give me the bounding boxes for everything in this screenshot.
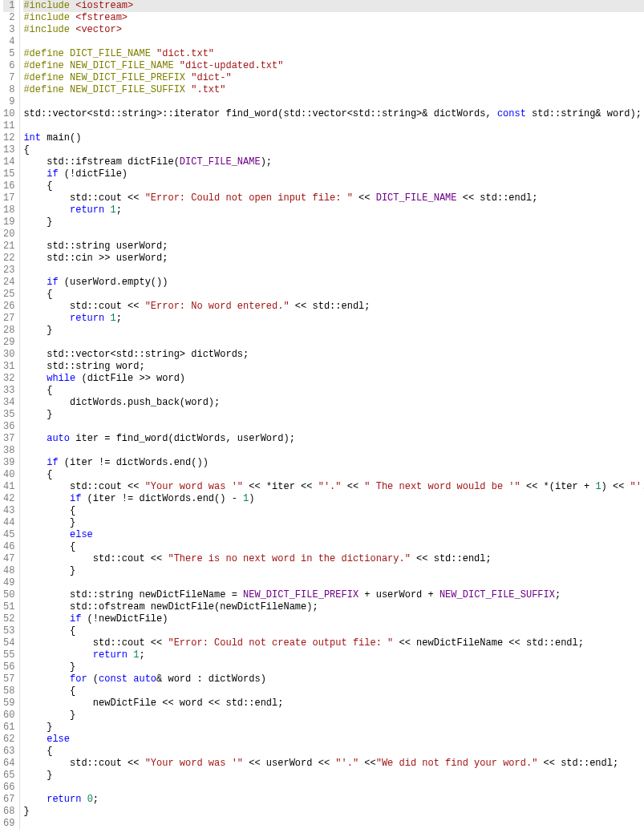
code-line[interactable]: #define NEW_DICT_FILE_SUFFIX ".txt" — [23, 84, 644, 96]
code-line[interactable]: newDictFile << word << std::endl; — [23, 698, 644, 710]
code-line[interactable] — [23, 36, 644, 48]
code-line[interactable] — [23, 96, 644, 108]
code-line[interactable]: { — [23, 385, 644, 397]
code-line[interactable]: #include <fstream> — [23, 12, 644, 24]
token-str: "Your word was '" — [145, 481, 243, 492]
code-line[interactable]: #include <iostream> — [23, 0, 644, 12]
line-number: 64 — [3, 758, 14, 770]
token-pp: #define DICT_FILE_NAME — [23, 48, 156, 59]
token-pp: #include — [23, 0, 75, 11]
code-line[interactable]: std::cout << "There is no next word in t… — [23, 553, 644, 565]
code-line[interactable]: auto iter = find_word(dictWords, userWor… — [23, 433, 644, 445]
code-line[interactable]: } — [23, 710, 644, 722]
code-line[interactable]: if (iter != dictWords.end() - 1) — [23, 493, 644, 505]
code-line[interactable]: } — [23, 517, 644, 529]
code-line[interactable]: } — [23, 216, 644, 228]
code-line[interactable]: std::cin >> userWord; — [23, 253, 644, 265]
code-line[interactable]: else — [23, 529, 644, 541]
token-id: } — [23, 806, 29, 817]
code-line[interactable]: std::ofstream newDictFile(newDictFileNam… — [23, 601, 644, 613]
code-line[interactable]: } — [23, 770, 644, 782]
code-line[interactable]: { — [23, 505, 644, 517]
token-kw: auto — [47, 433, 70, 444]
code-line[interactable]: } — [23, 409, 644, 421]
token-id: << userWord << — [243, 758, 335, 769]
code-line[interactable]: while (dictFile >> word) — [23, 373, 644, 385]
code-line[interactable]: std::ifstream dictFile(DICT_FILE_NAME); — [23, 156, 644, 168]
token-id: << *(iter + — [520, 481, 596, 492]
token-kw: for — [70, 673, 87, 685]
code-line[interactable]: return 1; — [23, 313, 644, 325]
code-line[interactable] — [23, 818, 644, 830]
code-line[interactable]: for (const auto& word : dictWords) — [23, 673, 644, 685]
code-line[interactable]: if (!dictFile) — [23, 168, 644, 180]
line-number: 28 — [3, 325, 14, 337]
token-kw: const — [99, 673, 128, 685]
code-line[interactable]: return 0; — [23, 794, 644, 806]
code-line[interactable]: } — [23, 661, 644, 673]
token-str: "dict-" — [191, 72, 231, 83]
code-line[interactable]: { — [23, 469, 644, 481]
code-line[interactable]: std::cout << "Error: Could not open inpu… — [23, 192, 644, 204]
code-line[interactable]: { — [23, 746, 644, 758]
code-line[interactable]: } — [23, 325, 644, 337]
code-line[interactable]: std::cout << "Your word was '" << userWo… — [23, 758, 644, 770]
token-id: { — [23, 180, 52, 192]
token-id: } — [23, 409, 52, 420]
token-id: main() — [41, 132, 81, 144]
code-line[interactable]: return 1; — [23, 649, 644, 661]
code-line[interactable]: std::cout << "Error: Could not create ou… — [23, 637, 644, 649]
line-number: 35 — [3, 409, 14, 421]
code-line[interactable]: if (iter != dictWords.end()) — [23, 457, 644, 469]
code-line[interactable]: #define DICT_FILE_NAME "dict.txt" — [23, 48, 644, 60]
code-line[interactable]: if (userWord.empty()) — [23, 277, 644, 289]
code-line[interactable]: if (!newDictFile) — [23, 613, 644, 625]
code-line[interactable] — [23, 782, 644, 794]
code-line[interactable]: { — [23, 289, 644, 301]
token-id: << std::endl; — [537, 758, 618, 769]
code-line[interactable] — [23, 228, 644, 241]
line-number: 57 — [3, 673, 14, 685]
code-line[interactable]: } — [23, 565, 644, 577]
code-line[interactable] — [23, 265, 644, 277]
line-number: 48 — [3, 565, 14, 577]
code-line[interactable]: else — [23, 734, 644, 746]
code-line[interactable] — [23, 421, 644, 433]
code-line[interactable]: } — [23, 722, 644, 734]
code-line[interactable]: std::vector<std::string> dictWords; — [23, 349, 644, 361]
token-id: } — [23, 661, 75, 673]
code-line[interactable]: { — [23, 625, 644, 637]
code-editor-content[interactable]: #include <iostream>#include <fstream>#in… — [20, 0, 644, 830]
code-line[interactable]: { — [23, 685, 644, 698]
code-line[interactable]: std::string word; — [23, 361, 644, 373]
code-line[interactable]: std::vector<std::string>::iterator find_… — [23, 108, 644, 120]
code-line[interactable]: std::string newDictFileName = NEW_DICT_F… — [23, 589, 644, 601]
code-line[interactable]: { — [23, 144, 644, 156]
code-line[interactable]: return 1; — [23, 204, 644, 216]
code-line[interactable] — [23, 577, 644, 589]
line-number: 27 — [3, 313, 14, 325]
code-line[interactable] — [23, 337, 644, 349]
token-id: std::cout << — [23, 637, 168, 649]
token-id: ; — [139, 649, 144, 661]
token-id: { — [23, 746, 52, 757]
token-id — [23, 457, 47, 468]
code-line[interactable]: dictWords.push_back(word); — [23, 397, 644, 409]
code-line[interactable]: #include <vector> — [23, 24, 644, 36]
code-line[interactable]: #define NEW_DICT_FILE_NAME "dict-updated… — [23, 60, 644, 72]
code-line[interactable]: std::cout << "Your word was '" << *iter … — [23, 481, 644, 493]
token-id — [23, 277, 47, 288]
line-number: 56 — [3, 661, 14, 673]
line-number: 7 — [3, 72, 14, 84]
code-line[interactable]: } — [23, 806, 644, 818]
code-line[interactable]: { — [23, 180, 644, 192]
code-line[interactable]: { — [23, 541, 644, 553]
code-line[interactable]: std::string userWord; — [23, 241, 644, 253]
token-id — [23, 204, 70, 216]
code-line[interactable]: int main() — [23, 132, 644, 144]
code-line[interactable] — [23, 445, 644, 457]
code-line[interactable]: #define NEW_DICT_FILE_PREFIX "dict-" — [23, 72, 644, 84]
code-line[interactable] — [23, 120, 644, 132]
code-line[interactable]: std::cout << "Error: No word entered." <… — [23, 301, 644, 313]
token-id — [23, 313, 70, 324]
